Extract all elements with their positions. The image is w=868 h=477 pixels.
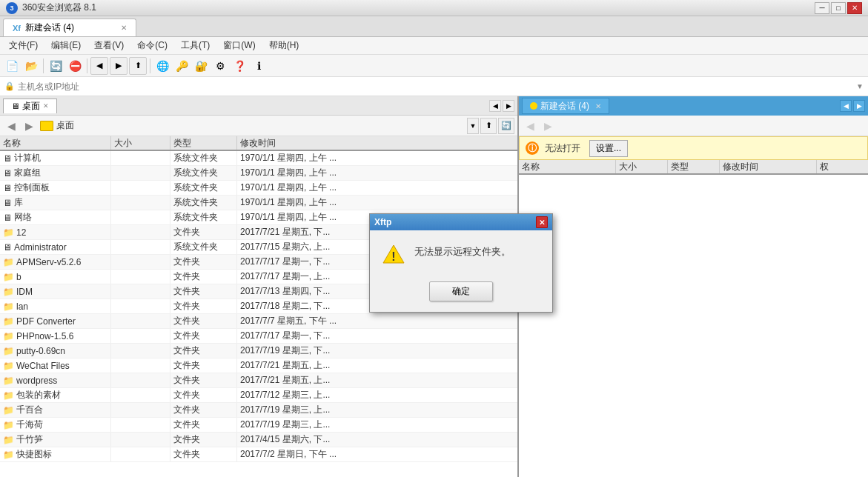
file-cell-date: 2017/7/17 星期一, 下... bbox=[237, 329, 517, 343]
file-cell-size bbox=[111, 403, 170, 417]
menu-item[interactable]: 工具(T) bbox=[175, 38, 216, 53]
file-icon: 📁 bbox=[3, 450, 14, 460]
address-dropdown-icon[interactable]: ▼ bbox=[856, 82, 864, 90]
toolbar-key2[interactable]: 🔐 bbox=[192, 57, 210, 75]
file-icon: 🖥 bbox=[3, 242, 12, 253]
file-cell-type: 文件夹 bbox=[170, 358, 237, 373]
table-row[interactable]: 📁 包装的素材 文件夹 2017/7/12 星期三, 上... bbox=[0, 388, 517, 403]
table-row[interactable]: 📁 快捷图标 文件夹 2017/7/2 星期日, 下午 ... bbox=[0, 447, 517, 462]
dialog-footer: 确定 bbox=[370, 278, 552, 312]
toolbar-nav1[interactable]: ◀ bbox=[90, 57, 108, 75]
right-col-size[interactable]: 大小 bbox=[616, 160, 668, 173]
file-cell-type: 文件夹 bbox=[170, 314, 237, 328]
right-col-perm[interactable]: 权 bbox=[817, 160, 868, 173]
file-cell-type: 文件夹 bbox=[170, 299, 237, 313]
file-cell-type: 文件夹 bbox=[170, 329, 237, 343]
minimize-btn[interactable]: ─ bbox=[815, 2, 829, 14]
table-row[interactable]: 📁 PHPnow-1.5.6 文件夹 2017/7/17 星期一, 下... bbox=[0, 329, 517, 344]
right-panel-tab[interactable]: 新建会话 (4) ✕ bbox=[522, 98, 609, 114]
right-file-header: 名称 大小 类型 修改时间 权 bbox=[519, 160, 868, 175]
file-cell-size bbox=[111, 284, 170, 298]
table-row[interactable]: 📁 PDF Converter 文件夹 2017/7/7 星期五, 下午 ... bbox=[0, 314, 517, 329]
left-panel-tab-bar: 🖥 桌面 ✕ ◀ ▶ bbox=[0, 96, 517, 116]
left-path-dropdown[interactable]: ▼ bbox=[467, 118, 479, 134]
right-tab-prev[interactable]: ◀ bbox=[840, 100, 852, 112]
menu-bar: const menuData = JSON.parse(document.get… bbox=[0, 37, 868, 55]
menu-item[interactable]: 帮助(H) bbox=[263, 38, 305, 53]
toolbar-key[interactable]: 🔑 bbox=[173, 57, 191, 75]
col-size-header[interactable]: 大小 bbox=[111, 136, 170, 150]
table-row[interactable]: 🖥 控制面板 系统文件夹 1970/1/1 星期四, 上午 ... bbox=[0, 181, 517, 196]
toolbar: 📄 📂 🔄 ⛔ ◀ ▶ ⬆ 🌐 🔑 🔐 ⚙ ❓ ℹ bbox=[0, 55, 868, 77]
file-cell-type: 文件夹 bbox=[170, 225, 237, 239]
right-forward-btn[interactable]: ▶ bbox=[540, 118, 556, 134]
file-cell-size bbox=[111, 373, 170, 387]
right-tab-close[interactable]: ✕ bbox=[595, 102, 601, 110]
file-cell-date: 1970/1/1 星期四, 上午 ... bbox=[237, 196, 517, 210]
file-cell-date: 2017/7/19 星期三, 上... bbox=[237, 403, 517, 417]
toolbar-gear[interactable]: ⚙ bbox=[211, 57, 229, 75]
table-row[interactable]: 🖥 计算机 系统文件夹 1970/1/1 星期四, 上午 ... bbox=[0, 151, 517, 166]
app-tab-icon: Xf bbox=[13, 24, 21, 33]
right-col-name[interactable]: 名称 bbox=[519, 160, 616, 173]
table-row[interactable]: 📁 wordpress 文件夹 2017/7/21 星期五, 上... bbox=[0, 373, 517, 388]
toolbar-info[interactable]: ℹ bbox=[250, 57, 268, 75]
xftp-dialog[interactable]: Xftp ✕ ! 无法显示远程文件夹。 确定 bbox=[369, 213, 553, 313]
maximize-btn[interactable]: □ bbox=[831, 2, 846, 14]
file-cell-type: 文件夹 bbox=[170, 270, 237, 284]
open-btn[interactable]: 📂 bbox=[22, 57, 40, 75]
menu-item[interactable]: 查看(V) bbox=[88, 38, 130, 53]
app-tab[interactable]: Xf 新建会话 (4) ✕ bbox=[3, 19, 136, 36]
right-tab-next[interactable]: ▶ bbox=[853, 100, 865, 112]
toolbar-help[interactable]: ❓ bbox=[231, 57, 248, 75]
table-row[interactable]: 📁 千百合 文件夹 2017/7/19 星期三, 上... bbox=[0, 403, 517, 418]
main-area: 🖥 桌面 ✕ ◀ ▶ ◀ ▶ 桌面 ▼ ⬆ 🔄 bbox=[0, 96, 868, 477]
dialog-title-bar: Xftp ✕ bbox=[370, 214, 552, 230]
close-btn[interactable]: ✕ bbox=[847, 2, 862, 14]
file-cell-type: 文件夹 bbox=[170, 403, 237, 417]
dialog-close-btn[interactable]: ✕ bbox=[536, 216, 548, 228]
table-row[interactable]: 📁 千海荷 文件夹 2017/7/19 星期三, 上... bbox=[0, 418, 517, 433]
left-panel-tab[interactable]: 🖥 桌面 ✕ bbox=[3, 99, 57, 113]
file-cell-name: 📁 PDF Converter bbox=[0, 314, 111, 328]
table-row[interactable]: 🖥 家庭组 系统文件夹 1970/1/1 星期四, 上午 ... bbox=[0, 166, 517, 181]
file-icon: 📁 bbox=[3, 405, 14, 416]
svg-text:!: ! bbox=[391, 250, 395, 263]
right-back-btn[interactable]: ◀ bbox=[522, 118, 538, 134]
table-row[interactable]: 📁 WeChat Files 文件夹 2017/7/21 星期五, 上... bbox=[0, 358, 517, 373]
menu-item[interactable]: 文件(F) bbox=[3, 38, 44, 53]
menu-item[interactable]: 编辑(E) bbox=[45, 38, 87, 53]
left-tab-close[interactable]: ✕ bbox=[43, 102, 49, 110]
file-cell-name: 📁 WeChat Files bbox=[0, 358, 111, 373]
left-tab-prev[interactable]: ◀ bbox=[489, 100, 501, 112]
table-row[interactable]: 📁 putty-0.69cn 文件夹 2017/7/19 星期三, 下... bbox=[0, 344, 517, 358]
menu-item[interactable]: 窗口(W) bbox=[217, 38, 261, 53]
left-back-btn[interactable]: ◀ bbox=[3, 118, 19, 134]
left-forward-btn[interactable]: ▶ bbox=[21, 118, 37, 134]
col-name-header[interactable]: 名称 bbox=[0, 136, 111, 150]
right-col-date[interactable]: 修改时间 bbox=[720, 160, 817, 173]
address-input[interactable] bbox=[18, 81, 853, 92]
toolbar-stop[interactable]: ⛔ bbox=[66, 57, 84, 75]
settings-btn[interactable]: 设置... bbox=[589, 140, 628, 157]
toolbar-globe[interactable]: 🌐 bbox=[153, 57, 171, 75]
menu-item[interactable]: 命令(C) bbox=[131, 38, 173, 53]
error-text: 无法打开 bbox=[545, 142, 580, 155]
table-row[interactable]: 🖥 库 系统文件夹 1970/1/1 星期四, 上午 ... bbox=[0, 196, 517, 210]
file-cell-name: 🖥 控制面板 bbox=[0, 181, 111, 195]
new-session-btn[interactable]: 📄 bbox=[3, 57, 21, 75]
file-cell-name: 🖥 计算机 bbox=[0, 151, 111, 165]
toolbar-nav2[interactable]: ▶ bbox=[110, 57, 127, 75]
file-icon: 📁 bbox=[3, 435, 14, 445]
dialog-ok-btn[interactable]: 确定 bbox=[429, 281, 493, 301]
table-row[interactable]: 📁 千竹笋 文件夹 2017/4/15 星期六, 下... bbox=[0, 433, 517, 447]
toolbar-nav3[interactable]: ⬆ bbox=[129, 57, 147, 75]
col-type-header[interactable]: 类型 bbox=[170, 136, 237, 150]
right-col-type[interactable]: 类型 bbox=[668, 160, 720, 173]
left-nav-btn1[interactable]: ⬆ bbox=[480, 118, 497, 134]
toolbar-refresh[interactable]: 🔄 bbox=[47, 57, 64, 75]
col-date-header[interactable]: 修改时间 bbox=[237, 136, 517, 150]
left-nav-btn2[interactable]: 🔄 bbox=[498, 118, 514, 134]
left-tab-next[interactable]: ▶ bbox=[503, 100, 514, 112]
app-tab-close[interactable]: ✕ bbox=[121, 24, 127, 32]
